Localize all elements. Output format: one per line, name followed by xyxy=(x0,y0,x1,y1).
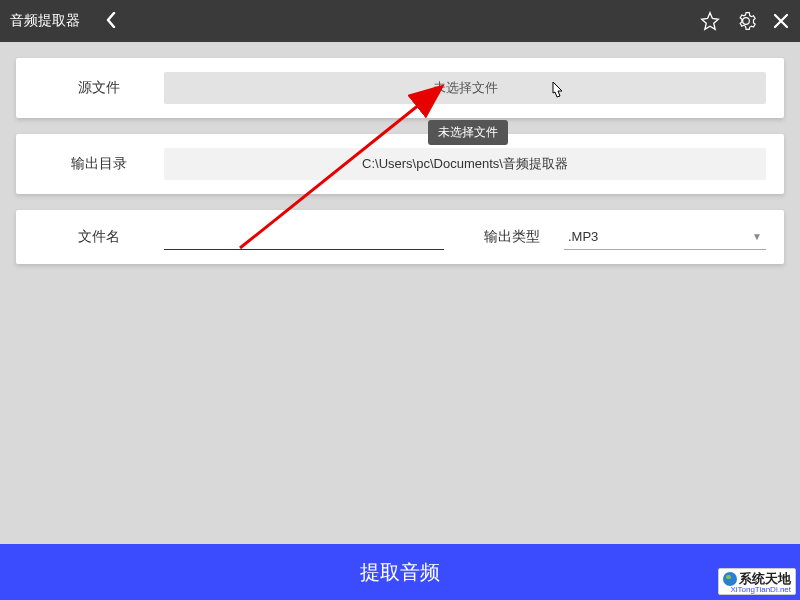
filename-output-panel: 文件名 输出类型 .MP3 ▼ xyxy=(16,210,784,264)
source-file-panel: 源文件 未选择文件 xyxy=(16,58,784,118)
watermark-main: 系统天地 xyxy=(739,571,791,586)
extract-button-label: 提取音频 xyxy=(360,559,440,586)
close-icon[interactable] xyxy=(772,12,790,30)
watermark: 系统天地 XiTongTianDi.net xyxy=(718,568,796,595)
extract-button[interactable]: 提取音频 xyxy=(0,544,800,600)
title-bar: 音频提取器 xyxy=(0,0,800,42)
output-type-value: .MP3 xyxy=(568,229,598,244)
output-type-label: 输出类型 xyxy=(484,228,564,246)
chevron-down-icon: ▼ xyxy=(752,231,762,242)
gear-icon[interactable] xyxy=(736,11,756,31)
filename-input[interactable] xyxy=(164,224,444,250)
watermark-sub: XiTongTianDi.net xyxy=(723,586,791,594)
header-actions xyxy=(700,11,790,31)
filename-label: 文件名 xyxy=(34,228,164,246)
favorite-icon[interactable] xyxy=(700,11,720,31)
source-file-tooltip: 未选择文件 xyxy=(428,120,508,145)
output-dir-panel: 输出目录 C:\Users\pc\Documents\音频提取器 xyxy=(16,134,784,194)
source-file-label: 源文件 xyxy=(34,79,164,97)
app-title: 音频提取器 xyxy=(10,12,80,30)
filename-output-row: 输出类型 .MP3 ▼ xyxy=(164,224,766,250)
output-dir-value: C:\Users\pc\Documents\音频提取器 xyxy=(362,155,568,173)
source-file-field[interactable]: 未选择文件 xyxy=(164,72,766,104)
output-dir-field[interactable]: C:\Users\pc\Documents\音频提取器 xyxy=(164,148,766,180)
output-dir-label: 输出目录 xyxy=(34,155,164,173)
globe-icon xyxy=(723,572,737,586)
back-button[interactable] xyxy=(100,10,122,33)
source-file-placeholder: 未选择文件 xyxy=(433,79,498,97)
output-type-select[interactable]: .MP3 ▼ xyxy=(564,224,766,250)
